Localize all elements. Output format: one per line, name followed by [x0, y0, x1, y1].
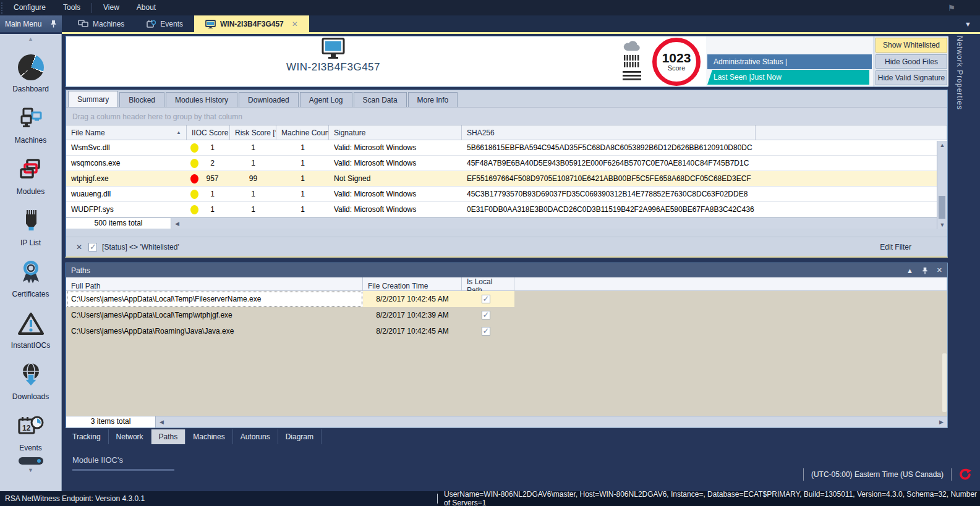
- sidebar-item-label: Modules: [17, 187, 45, 196]
- is-local-checkbox[interactable]: [482, 295, 490, 303]
- column-file-name[interactable]: File Name▲: [66, 125, 187, 140]
- collapse-panel-icon[interactable]: ▲: [906, 267, 913, 274]
- module-iocs-section: Module IIOC's: [72, 455, 174, 471]
- machine-header-panel: WIN-2I3B4F3G457 1023 Score Administrativ…: [65, 36, 948, 87]
- table-row[interactable]: wuaueng.dll 1 1 1 Valid: Microsoft Windo…: [66, 187, 947, 202]
- sidebar-item-events[interactable]: 12 Events: [0, 401, 61, 452]
- cell-iioc-score: 1: [187, 187, 230, 201]
- tab-autoruns[interactable]: Autoruns: [233, 429, 278, 444]
- cell-machine-count: 1: [276, 140, 329, 155]
- is-local-checkbox[interactable]: [482, 311, 490, 319]
- timezone-row: (UTC-05:00) Eastern Time (US Canada): [803, 466, 971, 483]
- edit-filter-link[interactable]: Edit Filter: [880, 243, 911, 251]
- menu-configure[interactable]: Configure: [5, 0, 54, 15]
- paths-horizontal-scrollbar[interactable]: ◀ ▶: [156, 416, 947, 428]
- hide-good-files-button[interactable]: Hide Good Files: [876, 54, 947, 69]
- grid-vertical-scrollbar[interactable]: ▲ ▼: [937, 141, 947, 229]
- cell-file-name: wsqmcons.exe: [66, 156, 187, 171]
- cell-risk-score: 1: [230, 202, 276, 217]
- tab-more-info[interactable]: More Info: [408, 92, 458, 107]
- menu-tools[interactable]: Tools: [54, 0, 89, 15]
- tab-blocked[interactable]: Blocked: [119, 92, 164, 107]
- sidebar-scroll-up-icon[interactable]: ▲: [28, 36, 33, 42]
- close-tab-icon[interactable]: ✕: [292, 20, 298, 28]
- column-risk-score[interactable]: Risk Score [?]: [230, 125, 276, 140]
- grid-horizontal-scrollbar[interactable]: ◀ ▶: [171, 218, 947, 229]
- table-row[interactable]: WUDFPf.sys 1 1 1 Valid: Microsoft Window…: [66, 202, 947, 217]
- scrollbar-thumb[interactable]: [939, 196, 945, 219]
- is-local-checkbox[interactable]: [482, 327, 490, 335]
- pin-icon[interactable]: [50, 20, 57, 28]
- sidebar-item-certificates[interactable]: Certificates: [0, 247, 61, 298]
- pin-icon[interactable]: [922, 267, 928, 274]
- sidebar-item-instantiocs[interactable]: InstantIOCs: [0, 298, 61, 350]
- column-signature[interactable]: Signature: [329, 125, 462, 140]
- sidebar-item-label: Downloads: [12, 392, 49, 401]
- cell-is-local-path: [462, 291, 514, 307]
- timezone-label: (UTC-05:00) Eastern Time (US Canada): [811, 470, 944, 479]
- sidebar-item-modules[interactable]: Modules: [0, 145, 61, 196]
- menu-view[interactable]: View: [95, 0, 128, 15]
- table-row[interactable]: wsqmcons.exe 2 1 1 Valid: Microsoft Wind…: [66, 156, 947, 171]
- sidebar-item-machines[interactable]: Machines: [0, 93, 61, 145]
- column-sha256[interactable]: SHA256: [462, 125, 756, 140]
- group-by-bar[interactable]: Drag a column header here to group by th…: [66, 107, 947, 125]
- network-properties-tab[interactable]: Network Properties: [953, 36, 966, 153]
- tab-network[interactable]: Network: [109, 429, 151, 444]
- sidebar-item-dashboard[interactable]: Dashboard: [0, 42, 61, 93]
- scroll-up-icon[interactable]: ▲: [937, 142, 947, 148]
- hide-valid-signature-button[interactable]: Hide Valid Signature: [876, 70, 947, 85]
- scroll-left-icon[interactable]: ◀: [171, 221, 183, 227]
- sidebar-item-partial[interactable]: [19, 457, 43, 465]
- column-iioc-score[interactable]: IIOC Score: [187, 125, 230, 140]
- column-machine-count[interactable]: Machine Count: [276, 125, 329, 140]
- tab-diagram[interactable]: Diagram: [278, 429, 322, 444]
- scroll-right-icon[interactable]: ▶: [935, 419, 947, 425]
- tab-summary[interactable]: Summary: [68, 91, 118, 107]
- scroll-left-icon[interactable]: ◀: [156, 419, 168, 425]
- tab-paths[interactable]: Paths: [151, 429, 186, 444]
- column-label: File Name: [71, 129, 105, 137]
- tab-machines-detail[interactable]: Machines: [185, 429, 232, 444]
- sidebar-item-label: Machines: [15, 136, 46, 145]
- tab-tracking[interactable]: Tracking: [65, 429, 109, 444]
- tab-win-2i3b4f3g457[interactable]: WIN-2I3B4F3G457 ✕: [194, 15, 309, 32]
- close-panel-icon[interactable]: ✕: [937, 266, 942, 274]
- tab-modules-history[interactable]: Modules History: [166, 92, 237, 107]
- menu-about[interactable]: About: [128, 0, 164, 15]
- refresh-icon[interactable]: [959, 468, 971, 481]
- filter-checkbox[interactable]: [88, 243, 97, 251]
- sidebar-item-downloads[interactable]: Downloads: [0, 350, 61, 401]
- ip-list-icon: [19, 206, 43, 237]
- path-row-selected[interactable]: C:\Users\james\AppData\Local\Temp\Filese…: [66, 291, 947, 307]
- cell-file-creation-time: 8/2/2017 10:42:45 AM: [363, 291, 462, 307]
- barcode-icon: [623, 55, 641, 67]
- tab-agent-log[interactable]: Agent Log: [300, 92, 352, 107]
- path-row[interactable]: C:\Users\james\AppData\Local\Temp\wtphjg…: [66, 307, 947, 323]
- administrative-status-chip: Administrative Status |: [707, 54, 872, 69]
- tab-scan-data[interactable]: Scan Data: [354, 92, 407, 107]
- cell-signature: Not Signed: [329, 171, 462, 186]
- modules-grid-panel: Summary Blocked Modules History Download…: [65, 90, 948, 258]
- sidebar-scroll-down-icon[interactable]: ▼: [28, 467, 33, 473]
- tab-machines[interactable]: Machines: [67, 15, 135, 32]
- events-icon: 12: [17, 411, 45, 442]
- path-row[interactable]: C:\Users\james\AppData\Roaming\Java\Java…: [66, 323, 947, 339]
- scroll-down-icon[interactable]: ▼: [937, 222, 947, 228]
- cell-file-creation-time: 8/2/2017 10:42:39 AM: [363, 307, 462, 323]
- tab-events[interactable]: Events: [135, 15, 194, 32]
- table-row-selected[interactable]: wtphjgf.exe 957 99 1 Not Signed EF551697…: [66, 171, 947, 187]
- instantiocs-icon: [17, 308, 45, 339]
- tab-overflow-caret-icon[interactable]: ▼: [965, 20, 971, 28]
- paths-scrollbar-thumb[interactable]: [942, 353, 947, 412]
- remove-filter-icon[interactable]: ✕: [76, 243, 82, 251]
- table-row[interactable]: WsmSvc.dll 1 1 1 Valid: Microsoft Window…: [66, 140, 947, 156]
- cell-signature: Valid: Microsoft Windows: [329, 140, 462, 155]
- hamburger-menu-icon[interactable]: [623, 71, 641, 80]
- tab-downloaded[interactable]: Downloaded: [239, 92, 299, 107]
- iioc-status-dot: [190, 190, 198, 199]
- sidebar-item-ip-list[interactable]: IP List: [0, 196, 61, 247]
- show-whitelisted-button[interactable]: Show Whitelisted: [876, 38, 947, 53]
- paths-header-row: Full Path File Creation Time Is Local Pa…: [66, 277, 947, 291]
- sidebar-item-label: Certificates: [12, 290, 49, 298]
